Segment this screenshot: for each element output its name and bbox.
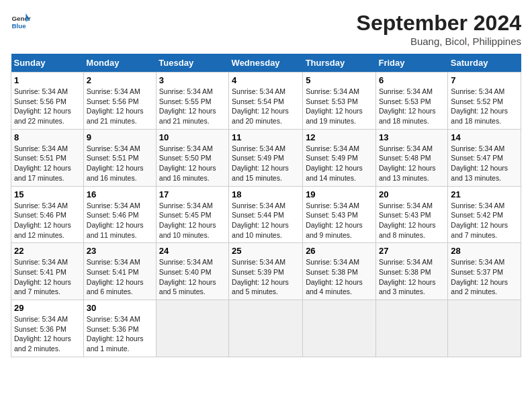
calendar-day-cell: 5Sunrise: 5:34 AMSunset: 5:53 PMDaylight…	[303, 73, 376, 130]
day-number: 27	[379, 246, 445, 256]
day-number: 24	[159, 246, 226, 256]
day-number: 14	[451, 132, 518, 142]
location-subtitle: Buang, Bicol, Philippines	[357, 36, 521, 47]
day-number: 30	[87, 303, 153, 313]
day-info: Sunrise: 5:34 AMSunset: 5:36 PMDaylight:…	[87, 315, 144, 353]
day-number: 13	[379, 132, 445, 142]
day-info: Sunrise: 5:34 AMSunset: 5:39 PMDaylight:…	[232, 258, 289, 295]
calendar-day-cell: 18Sunrise: 5:34 AMSunset: 5:44 PMDayligh…	[229, 186, 303, 243]
day-number: 20	[379, 189, 445, 199]
calendar-day-cell: 8Sunrise: 5:34 AMSunset: 5:51 PMDaylight…	[11, 129, 84, 186]
day-info: Sunrise: 5:34 AMSunset: 5:45 PMDaylight:…	[159, 201, 216, 239]
day-info: Sunrise: 5:34 AMSunset: 5:56 PMDaylight:…	[87, 87, 144, 125]
logo: General Blue	[11, 11, 31, 31]
calendar-day-cell: 27Sunrise: 5:34 AMSunset: 5:38 PMDayligh…	[375, 243, 447, 300]
calendar-day-cell: 2Sunrise: 5:34 AMSunset: 5:56 PMDaylight…	[83, 73, 156, 130]
calendar-day-cell: 30Sunrise: 5:34 AMSunset: 5:36 PMDayligh…	[83, 300, 156, 357]
day-number: 16	[87, 189, 153, 199]
day-header-wednesday: Wednesday	[229, 54, 303, 73]
day-info: Sunrise: 5:34 AMSunset: 5:47 PMDaylight:…	[451, 144, 508, 182]
day-number: 4	[232, 75, 300, 85]
day-info: Sunrise: 5:34 AMSunset: 5:49 PMDaylight:…	[232, 144, 289, 182]
calendar-day-cell: 15Sunrise: 5:34 AMSunset: 5:46 PMDayligh…	[11, 186, 84, 243]
calendar-day-cell: 14Sunrise: 5:34 AMSunset: 5:47 PMDayligh…	[448, 129, 521, 186]
calendar-day-cell: 20Sunrise: 5:34 AMSunset: 5:43 PMDayligh…	[375, 186, 447, 243]
calendar-day-cell: 24Sunrise: 5:34 AMSunset: 5:40 PMDayligh…	[156, 243, 228, 300]
calendar-day-cell	[156, 300, 228, 357]
day-number: 15	[14, 189, 81, 199]
calendar-day-cell: 19Sunrise: 5:34 AMSunset: 5:43 PMDayligh…	[303, 186, 376, 243]
calendar-week-row: 1Sunrise: 5:34 AMSunset: 5:56 PMDaylight…	[11, 73, 521, 130]
day-info: Sunrise: 5:34 AMSunset: 5:51 PMDaylight:…	[87, 144, 144, 182]
calendar-day-cell: 21Sunrise: 5:34 AMSunset: 5:42 PMDayligh…	[448, 186, 521, 243]
calendar-day-cell: 3Sunrise: 5:34 AMSunset: 5:55 PMDaylight…	[156, 73, 228, 130]
calendar-day-cell: 25Sunrise: 5:34 AMSunset: 5:39 PMDayligh…	[229, 243, 303, 300]
calendar-day-cell: 13Sunrise: 5:34 AMSunset: 5:48 PMDayligh…	[375, 129, 447, 186]
calendar-day-cell	[375, 300, 447, 357]
day-number: 6	[379, 75, 445, 85]
day-number: 1	[14, 75, 81, 85]
calendar-table: SundayMondayTuesdayWednesdayThursdayFrid…	[11, 54, 521, 357]
day-number: 5	[306, 75, 373, 85]
svg-text:Blue: Blue	[12, 22, 27, 30]
page-header: General Blue September 2024 Buang, Bicol…	[11, 11, 521, 47]
day-info: Sunrise: 5:34 AMSunset: 5:55 PMDaylight:…	[159, 87, 216, 125]
day-number: 22	[14, 246, 81, 256]
title-area: September 2024 Buang, Bicol, Philippines	[357, 11, 521, 47]
day-info: Sunrise: 5:34 AMSunset: 5:48 PMDaylight:…	[379, 144, 436, 182]
day-info: Sunrise: 5:34 AMSunset: 5:44 PMDaylight:…	[232, 201, 289, 239]
day-number: 9	[87, 132, 153, 142]
day-number: 25	[232, 246, 300, 256]
day-number: 21	[451, 189, 518, 199]
day-header-saturday: Saturday	[448, 54, 521, 73]
day-number: 10	[159, 132, 226, 142]
day-info: Sunrise: 5:34 AMSunset: 5:40 PMDaylight:…	[159, 258, 216, 295]
day-number: 28	[451, 246, 518, 256]
day-header-sunday: Sunday	[11, 54, 84, 73]
day-header-thursday: Thursday	[303, 54, 376, 73]
day-number: 29	[14, 303, 81, 313]
day-info: Sunrise: 5:34 AMSunset: 5:43 PMDaylight:…	[379, 201, 436, 239]
day-info: Sunrise: 5:34 AMSunset: 5:54 PMDaylight:…	[232, 87, 289, 125]
day-number: 26	[306, 246, 373, 256]
day-number: 17	[159, 189, 226, 199]
day-number: 8	[14, 132, 81, 142]
day-info: Sunrise: 5:34 AMSunset: 5:53 PMDaylight:…	[379, 87, 436, 125]
month-title: September 2024	[357, 11, 521, 36]
calendar-day-cell: 4Sunrise: 5:34 AMSunset: 5:54 PMDaylight…	[229, 73, 303, 130]
day-number: 11	[232, 132, 300, 142]
calendar-day-cell: 10Sunrise: 5:34 AMSunset: 5:50 PMDayligh…	[156, 129, 228, 186]
day-header-monday: Monday	[83, 54, 156, 73]
day-number: 2	[87, 75, 153, 85]
day-number: 19	[306, 189, 373, 199]
day-number: 23	[87, 246, 153, 256]
day-info: Sunrise: 5:34 AMSunset: 5:37 PMDaylight:…	[451, 258, 508, 295]
day-header-friday: Friday	[375, 54, 447, 73]
day-info: Sunrise: 5:34 AMSunset: 5:53 PMDaylight:…	[306, 87, 363, 125]
calendar-day-cell: 6Sunrise: 5:34 AMSunset: 5:53 PMDaylight…	[375, 73, 447, 130]
day-info: Sunrise: 5:34 AMSunset: 5:51 PMDaylight:…	[14, 144, 71, 182]
calendar-week-row: 22Sunrise: 5:34 AMSunset: 5:41 PMDayligh…	[11, 243, 521, 300]
calendar-day-cell: 11Sunrise: 5:34 AMSunset: 5:49 PMDayligh…	[229, 129, 303, 186]
calendar-day-cell: 28Sunrise: 5:34 AMSunset: 5:37 PMDayligh…	[448, 243, 521, 300]
calendar-day-cell: 1Sunrise: 5:34 AMSunset: 5:56 PMDaylight…	[11, 73, 84, 130]
day-info: Sunrise: 5:34 AMSunset: 5:42 PMDaylight:…	[451, 201, 508, 239]
day-info: Sunrise: 5:34 AMSunset: 5:50 PMDaylight:…	[159, 144, 216, 182]
day-header-tuesday: Tuesday	[156, 54, 228, 73]
calendar-day-cell: 23Sunrise: 5:34 AMSunset: 5:41 PMDayligh…	[83, 243, 156, 300]
calendar-week-row: 15Sunrise: 5:34 AMSunset: 5:46 PMDayligh…	[11, 186, 521, 243]
day-info: Sunrise: 5:34 AMSunset: 5:49 PMDaylight:…	[306, 144, 363, 182]
calendar-day-cell: 26Sunrise: 5:34 AMSunset: 5:38 PMDayligh…	[303, 243, 376, 300]
calendar-day-cell	[448, 300, 521, 357]
day-info: Sunrise: 5:34 AMSunset: 5:41 PMDaylight:…	[87, 258, 144, 295]
calendar-day-cell: 12Sunrise: 5:34 AMSunset: 5:49 PMDayligh…	[303, 129, 376, 186]
calendar-day-cell: 9Sunrise: 5:34 AMSunset: 5:51 PMDaylight…	[83, 129, 156, 186]
day-number: 7	[451, 75, 518, 85]
day-number: 12	[306, 132, 373, 142]
calendar-week-row: 8Sunrise: 5:34 AMSunset: 5:51 PMDaylight…	[11, 129, 521, 186]
calendar-day-cell	[229, 300, 303, 357]
day-number: 3	[159, 75, 226, 85]
day-info: Sunrise: 5:34 AMSunset: 5:52 PMDaylight:…	[451, 87, 508, 125]
day-info: Sunrise: 5:34 AMSunset: 5:36 PMDaylight:…	[14, 315, 71, 353]
day-info: Sunrise: 5:34 AMSunset: 5:43 PMDaylight:…	[306, 201, 363, 239]
